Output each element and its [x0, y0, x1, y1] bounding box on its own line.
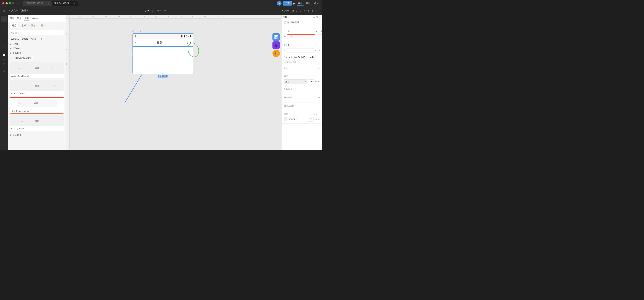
play-button[interactable]: ▶ [293, 2, 296, 5]
h-input[interactable] [319, 34, 322, 39]
panel-icon-3[interactable]: ⊟ [299, 9, 302, 13]
rtab-spec[interactable]: 规范 [10, 23, 18, 28]
responsive-add[interactable]: + [318, 104, 320, 107]
search-dropdown[interactable]: ▾ [62, 32, 62, 34]
nav-mark[interactable]: 标注 [313, 2, 320, 5]
handle-br[interactable] [192, 73, 194, 74]
panel-icon-6[interactable]: ⊞ [311, 9, 314, 13]
handle-bl[interactable] [132, 73, 133, 74]
handle-tl[interactable] [132, 33, 133, 34]
rtab-assets[interactable]: 素材 [19, 23, 28, 28]
fill-visibility-icon[interactable]: 👁 [318, 118, 320, 120]
nav-design[interactable]: 设计 [297, 1, 304, 6]
flip-v-icon[interactable]: ⇕ [322, 44, 322, 46]
more-options-icon[interactable]: ··· [318, 49, 320, 52]
zoom-level[interactable]: 91% ▾ [281, 9, 290, 13]
corner-input[interactable] [286, 48, 314, 53]
user-avatar[interactable]: K [277, 1, 282, 6]
grid-layout-add[interactable]: + [318, 96, 320, 99]
tab-1-close[interactable]: ✕ [48, 3, 49, 5]
opacity-input[interactable] [308, 79, 314, 84]
fill-opacity-input[interactable] [307, 117, 314, 122]
w-input[interactable] [287, 34, 315, 39]
minimize-button[interactable] [6, 2, 8, 5]
rtab-icons[interactable]: 图标 [29, 23, 38, 28]
nav-dots[interactable]: ··· [183, 41, 186, 44]
board-icon-1[interactable]: ▭ [313, 16, 315, 18]
duplicate-icon[interactable]: ⧉ ▾ [156, 9, 162, 13]
blend-mode-select[interactable]: 正常 [284, 79, 307, 84]
search-bar[interactable]: 🔍 搜索 ▾ [10, 30, 64, 35]
tab-components[interactable]: 组件 [17, 16, 22, 21]
overflow-checkbox[interactable] [284, 22, 286, 24]
panel-icon-5[interactable]: ⊞ [307, 9, 310, 13]
tab-1[interactable]: 记账薄吧 - 即时设计 ✕ [23, 1, 52, 6]
handle-tc[interactable] [162, 33, 164, 34]
tab-resources[interactable]: 资源 [24, 16, 29, 21]
tab-layers[interactable]: 图层 [10, 16, 14, 21]
tree-item-toast[interactable]: ▶ 2.Toast [10, 46, 64, 51]
fill-row[interactable]: EDEDED % 👁 [284, 117, 320, 122]
frame-icon[interactable]: ▭ [163, 9, 167, 13]
variants-add[interactable]: + [318, 67, 320, 70]
plugin-eye-button[interactable]: ◉ [272, 42, 280, 49]
shape-tool[interactable]: ◻ [1, 45, 7, 51]
comp-action-bars[interactable]: ← ... 标题 ··· ○ Action Bars Default [10, 63, 64, 78]
plugin-chart-button[interactable]: 📊 [272, 33, 280, 41]
fill-color-swatch[interactable] [284, 117, 288, 121]
comment-tool[interactable]: 💬 [1, 52, 7, 58]
canvas-area[interactable]: -400 -300 -200 -100 0 100 200 300 375 50… [66, 15, 281, 150]
frame-tool[interactable]: ⬚ [1, 25, 7, 31]
comp-ios-x-default[interactable]: ← ... 标题 ··· ○ IOS X - Default [10, 80, 64, 96]
target-icon[interactable]: ⊙ ▾ [144, 9, 150, 13]
x-input[interactable] [287, 29, 315, 33]
canvas-content[interactable]: iPhone 14 1 9:41 ▌▌▌ ((·)) [70, 19, 281, 150]
search-tool[interactable]: ⌕ [1, 68, 7, 74]
panel-icon-2[interactable]: ⊟ [295, 9, 298, 13]
layer-visibility-icon[interactable]: 👁 [318, 81, 320, 83]
comp-ios-x-miniprogram[interactable]: ← 标题 ··· ○ IOS X - miniprogram [10, 97, 64, 114]
board-dropdown[interactable]: ▾ [288, 16, 289, 18]
export-icon[interactable]: ⬚ [151, 9, 155, 13]
phone-nav-bar[interactable]: ‹ 标题 ··· [132, 39, 193, 47]
home-icon[interactable]: ⌂ [18, 2, 19, 5]
tab-2[interactable]: 无标题 - 即时设计 ✕ [52, 1, 78, 6]
tree-item-navbar[interactable]: ▼ 4.Navigation Bar [10, 55, 64, 61]
tree-item-icon[interactable]: ▶ 1.icon [10, 42, 64, 46]
close-button[interactable] [2, 2, 4, 5]
tab-2-close[interactable]: ✕ [74, 3, 75, 5]
plugin-color-button[interactable]: 🎨 [272, 50, 280, 57]
tree-item-button[interactable]: ▶ 3.Button [10, 51, 64, 55]
rotation-input[interactable] [286, 43, 314, 47]
y-input[interactable] [319, 29, 322, 33]
rotate-icon[interactable]: ↻ [284, 44, 286, 46]
select-tool[interactable]: ↖ [1, 16, 7, 22]
add-description[interactable]: 添加描述信息 [282, 60, 322, 65]
menu-button[interactable]: ☰ [2, 9, 6, 13]
phone-frame[interactable]: 9:41 ▌▌▌ ((·)) ▮ ‹ 标题 [132, 33, 193, 74]
pen-tool[interactable]: ✒ [1, 32, 7, 38]
comp-ios-x-default2[interactable]: ← ... 标题 ··· ○ IOS X_Default [10, 115, 64, 131]
panel-icon-4[interactable]: ▭ [303, 9, 306, 13]
fill-add[interactable]: + [318, 113, 320, 116]
flip-h-icon[interactable]: ⇔ [318, 44, 320, 46]
tab-ai[interactable]: AINew [32, 17, 38, 21]
plugin-tool[interactable]: ⊞ [1, 61, 7, 67]
resize-icon[interactable]: ⤡ [314, 49, 316, 52]
nav-prototype[interactable]: 原型 [305, 2, 312, 5]
panel-icon-7[interactable]: ⋮⋮ [314, 9, 320, 12]
share-button[interactable]: 分享 [283, 1, 292, 6]
panel-icon-1[interactable]: ⊞ [291, 9, 294, 13]
handle-tr[interactable] [192, 33, 194, 34]
new-tab-button[interactable]: + [78, 1, 84, 6]
rtab-library[interactable]: 图库 [38, 23, 47, 28]
board-icon-3[interactable]: ⬚ [318, 16, 320, 18]
nav-back-icon[interactable]: ‹ [135, 41, 136, 44]
handle-bc[interactable] [162, 73, 164, 74]
auto-layout-add[interactable]: + [318, 88, 320, 91]
fullscreen-button[interactable] [9, 2, 11, 5]
back-arrow[interactable]: ‹ [10, 38, 10, 41]
board-icon-2[interactable]: ◻ [316, 16, 318, 18]
fill-options-icon[interactable]: ⋮⋮ [314, 113, 318, 116]
text-tool[interactable]: T [1, 39, 7, 45]
